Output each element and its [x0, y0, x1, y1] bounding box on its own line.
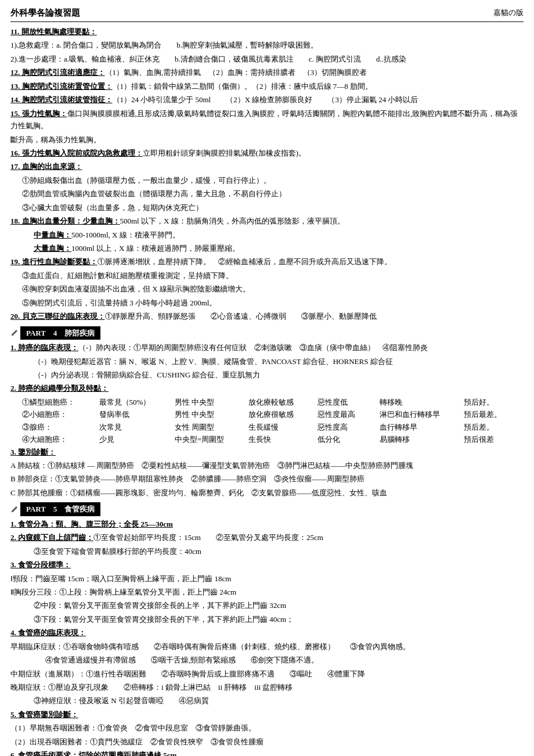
section-11-line2: 2).進一步處理：a.吸氧、輸血補液、糾正休克 b.清創縫合傷口，破傷風抗毒素肌… — [10, 53, 524, 65]
p5-section-5-title: 5. 食管癌鑒別診斷： — [10, 708, 524, 721]
section-17-title: 17. 血胸的出血來源： — [10, 160, 524, 172]
p4-section-1-title: 1. 肺癌的臨床表現：（-）肺內表現：①早期的周圍型肺癌沒有任何症狀 ②刺激咳嗽… — [10, 341, 524, 354]
p5-section-6-title: 6. 食管癌手術要求：切除的范圍應距肺癌邊緣 5cm。 — [10, 749, 524, 756]
main-content: 11. 開放性氣胸處理要點： 1).急救處理：a. 閉合傷口，變開放氣胸為閉合 … — [10, 26, 524, 756]
p5-s3-line1: Ⅰ頸段：門齒至嘴 15cm；咽入口至胸骨柄上緣平面，距上門齒 18cm — [10, 573, 524, 585]
pencil-icon — [10, 329, 19, 337]
section-11-title: 11. 開放性氣胸處理要點： — [10, 26, 524, 38]
section-16-title: 16. 張力性氣胸入院前或院內急救處理：立即用粗針頭穿刺胸膜腔排氣減壓(加橡皮指… — [10, 147, 524, 159]
p5-s3-line4: ③下段：氣管分叉平面至食管胃交接部全長的下半，其下界約距上門齒 40cm； — [10, 613, 524, 625]
p5-s3-line3: ②中段：氣管分叉平面至食管胃交接部全長的上半，其下界約距上門齒 32cm — [10, 599, 524, 611]
p4-s1-line2: （-）晚期侵犯鄰近器官：膈 N、喉返 N、上腔 V、胸膜、縱隔食管、PANCOA… — [10, 355, 524, 368]
section-17-item3: ③心臟大血管破裂（出血量多，急，短期內休克死亡） — [10, 201, 524, 214]
part4-header: PART 4 肺部疾病 — [10, 326, 524, 340]
section-13-title: 13. 胸腔閉式引流術置管位置：（1）排氣：鎖骨中線第二肋間（傷側）。（2）排液… — [10, 80, 524, 92]
page-subtitle: 嘉貓の版 — [493, 7, 524, 19]
p5-s2-item3: ③至食管下端食管胃黏膜移行部的平均長度：40cm — [10, 545, 524, 557]
section-19-item4: ⑤胸腔閉式引流后，引流量持續 3 小時每小時超過 200ml。 — [10, 297, 524, 309]
section-11-line1: 1).急救處理：a. 閉合傷口，變開放氣胸為閉合 b.胸腔穿刺抽氣減壓，暫時解除… — [10, 39, 524, 51]
section-20-title: 20. 貝克三聯征的臨床表現：①靜脈壓升高、頸靜脈怒張 ②心音遙遠、心搏微弱 ③… — [10, 310, 524, 322]
p5-section-4-title: 4. 食管癌的臨床表現： — [10, 627, 524, 639]
p5-s4-middle-label: 中期症狀（進展期）：①進行性吞咽困難 ②吞咽時胸骨后或上腹部疼痛不適 ③嘔吐 ④… — [10, 668, 524, 680]
section-18-title: 18. 血胸出血量分類：少量血胸：500ml 以下，X 線：肋膈角消失，外高內低… — [10, 215, 524, 227]
p4-s1-line3: （-）內分泌表現：骨關節病綜合征、CUSHING 綜合征、重症肌無力 — [10, 369, 524, 381]
section-19-item3: ④胸腔穿刺因血液凝固抽不出血液，但 X 線顯示胸腔陰影繼續增大。 — [10, 283, 524, 295]
page-header: 外科學各論複習題 嘉貓の版 — [10, 6, 524, 22]
p5-section-3-title: 3. 食管分段標準： — [10, 559, 524, 571]
part4-label: PART 4 肺部疾病 — [20, 326, 100, 340]
p5-section-1: 1. 食管分為：頸、胸、腹三部分；全長 25—30cm — [10, 518, 524, 530]
section-18-item3: 大量血胸：1000ml 以上，X 線：積液超過肺門，肺嚴重壓縮。 — [10, 242, 524, 254]
page-title: 外科學各論複習題 — [10, 6, 80, 20]
p4-s3-item-a: A 肺結核：①肺結核球 — 周圍型肺癌 ②粟粒性結核——彌漫型支氣管肺泡癌 ③肺… — [10, 459, 524, 471]
section-15-title: 15. 張力性氣胸：傷口與胸膜膜膜相通,且形成活瓣,吸氣時氣體從裂口進入胸膜腔，… — [10, 107, 524, 132]
part5-label: PART 5 食管疾病 — [20, 502, 100, 516]
p4-s3-item-b: B 肺部炎症：①支氣管肺炎——肺癌早期阻塞性肺炎 ②肺膿腫——肺癌空洞 ③炎性假… — [10, 473, 524, 485]
p4-section-2-title: 2. 肺癌的組織學分類及特點： — [10, 382, 524, 394]
section-12-title: 12. 胸腔閉式引流術適應症：（1）氣胸、血胸,需持續排氣 （2）血胸：需持續排… — [10, 66, 524, 78]
pencil-icon-2 — [10, 505, 19, 513]
section-14-title: 14. 胸腔閉式引流術拔管指征：（1）24 小時引流量少于 50ml （2）X … — [10, 93, 524, 106]
p4-s3-item-c: C 肺部其他腫瘤：①錯構瘤——圓形塊影、密度均勻、輪廓整齊、鈣化 ②支氣管腺癌—… — [10, 487, 524, 499]
p5-section-2-title: 2. 內窺鏡下自上頜門齒：①至食管起始部平均長度：15cm ②至氣管分叉處平均長… — [10, 531, 524, 543]
p5-s4-late-label: 晚期症狀：①壓迫及穿孔現象 ②癌轉移：i 鎖骨上淋巴結 ii 肝轉移 iii 盆… — [10, 681, 524, 693]
p4-section-3-title: 3. 鑒別診斷： — [10, 446, 524, 458]
p5-s5-item2: （2）出現吞咽困難者：①賁門失弛緩症 ②食管良性狹窄 ③食管良性腫瘤 — [10, 736, 524, 748]
part5-header: PART 5 食管疾病 — [10, 502, 524, 516]
p5-s4-early-items-2: ④食管通過緩慢并有滯留感 ⑤咽干舌燥,頸部有緊縮感 ⑥劍突下隱痛不適。 — [10, 654, 524, 666]
section-19-title: 19. 進行性血胸診斷要點：①脈搏逐漸增狀，血壓持續下降。 ②經輸血補液后，血壓… — [10, 255, 524, 268]
section-19-item2: ③血紅蛋白、紅細胞計數和紅細胞壓積重複測定，呈持續下降。 — [10, 269, 524, 282]
p4-s2-table: ①鱗型細胞癌：最常見（50%）男性 中央型放化療較敏感惡性度低轉移晚預后好。 ②… — [22, 396, 524, 446]
p5-s4-late-items-2: ③神經症狀：侵及喉返 N 引起聲音嘶啞 ④惡病質 — [10, 694, 524, 707]
section-17-item1: ①肺組織裂傷出血（肺循環壓力低，一般出血量少，緩慢，可自行停止）。 — [10, 174, 524, 186]
section-18-item2: 中量血胸：500-1000ml, X 線：積液平肺門。 — [10, 229, 524, 241]
p5-s3-line2: Ⅱ胸段分三段：①上段：胸骨柄上緣至氣管分叉平面，距上門齒 24cm — [10, 586, 524, 598]
p5-s4-early-label: 早期臨床症狀：①吞咽食物時偶有噎感 ②吞咽時偶有胸骨后疼痛（針刺樣、燒灼樣、磨擦… — [10, 640, 524, 653]
section-15-cont: 斷升高，稱為張力性氣胸。 — [10, 134, 524, 146]
section-17-item2: ②肋間血管或胸腸內血管破裂出血（體循環壓力高，量大且急，不易自行停止） — [10, 188, 524, 200]
p5-s5-item1: （1）早期無吞咽困難者：①食管炎 ②食管中段息室 ③食管靜脈曲張。 — [10, 722, 524, 734]
